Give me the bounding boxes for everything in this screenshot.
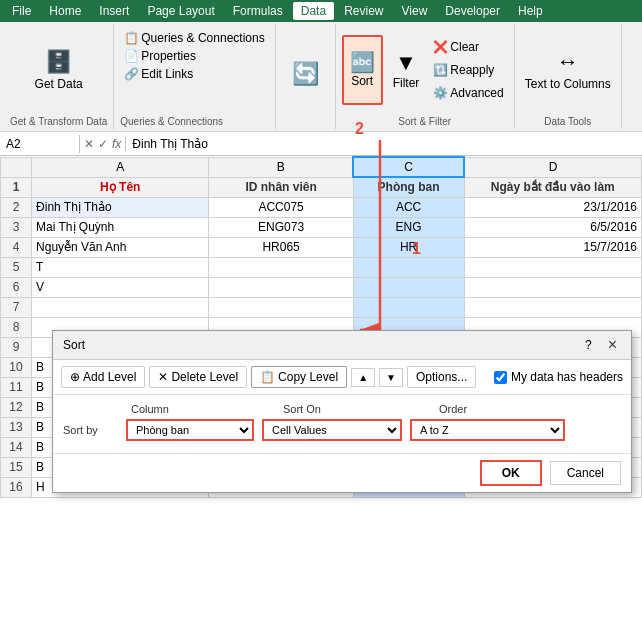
cell-d-7[interactable] bbox=[464, 297, 641, 317]
col-sort-on-header: Sort On bbox=[283, 403, 423, 415]
copy-level-icon: 📋 bbox=[260, 370, 275, 384]
row-num-14: 14 bbox=[1, 437, 32, 457]
delete-level-button[interactable]: ✕ Delete Level bbox=[149, 366, 247, 388]
dialog-close-button[interactable]: × bbox=[604, 336, 621, 354]
cell-a-2[interactable]: Đinh Thị Thảo bbox=[32, 197, 209, 217]
move-down-button[interactable]: ▼ bbox=[379, 368, 403, 387]
cell-a-4[interactable]: Nguyễn Văn Anh bbox=[32, 237, 209, 257]
clear-button[interactable]: ❌ Clear bbox=[429, 39, 507, 55]
header-phong-ban[interactable]: Phòng ban bbox=[353, 177, 464, 197]
clear-icon: ❌ bbox=[433, 40, 448, 54]
menu-review[interactable]: Review bbox=[336, 2, 391, 20]
col-b-header[interactable]: B bbox=[209, 157, 353, 177]
get-transform-group: 🗄️ Get Data Get & Transform Data bbox=[4, 24, 114, 129]
refresh-buttons: 🔄 bbox=[287, 26, 323, 125]
cell-c-7[interactable] bbox=[353, 297, 464, 317]
cell-c-6[interactable] bbox=[353, 277, 464, 297]
cell-d-2[interactable]: 23/1/2016 bbox=[464, 197, 641, 217]
cell-b-2[interactable]: ACC075 bbox=[209, 197, 353, 217]
row-num-col bbox=[1, 157, 32, 177]
table-row: 7 bbox=[1, 297, 642, 317]
row-num-13: 13 bbox=[1, 417, 32, 437]
row-1-num: 1 bbox=[1, 177, 32, 197]
header-id[interactable]: ID nhân viên bbox=[209, 177, 353, 197]
get-transform-buttons: 🗄️ Get Data bbox=[31, 26, 87, 114]
get-data-icon: 🗄️ bbox=[45, 49, 72, 75]
get-data-button[interactable]: 🗄️ Get Data bbox=[31, 35, 87, 105]
header-ho-ten[interactable]: Họ Tên bbox=[32, 177, 209, 197]
order-select[interactable]: A to Z bbox=[410, 419, 565, 441]
edit-links-btn[interactable]: 🔗 Edit Links bbox=[120, 66, 268, 82]
cell-b-3[interactable]: ENG073 bbox=[209, 217, 353, 237]
row-num-12: 12 bbox=[1, 397, 32, 417]
row-num-6: 6 bbox=[1, 277, 32, 297]
cell-a-6[interactable]: V bbox=[32, 277, 209, 297]
col-c-header[interactable]: C bbox=[353, 157, 464, 177]
insert-function-icon: fx bbox=[112, 137, 121, 151]
dialog-title: Sort bbox=[63, 338, 85, 352]
sort-button[interactable]: 🔤 Sort bbox=[342, 35, 383, 105]
col-a-header[interactable]: A bbox=[32, 157, 209, 177]
menu-home[interactable]: Home bbox=[41, 2, 89, 20]
cell-a-5[interactable]: T bbox=[32, 257, 209, 277]
copy-level-button[interactable]: 📋 Copy Level bbox=[251, 366, 347, 388]
cell-c-5[interactable] bbox=[353, 257, 464, 277]
column-select[interactable]: Phòng ban bbox=[126, 419, 254, 441]
cell-b-7[interactable] bbox=[209, 297, 353, 317]
advanced-button[interactable]: ⚙️ Advanced bbox=[429, 85, 507, 101]
options-button[interactable]: Options... bbox=[407, 366, 476, 388]
cell-b-5[interactable] bbox=[209, 257, 353, 277]
cell-c-3[interactable]: ENG bbox=[353, 217, 464, 237]
formula-bar: A2 ✕ ✓ fx Đinh Thị Thảo bbox=[0, 132, 642, 156]
cell-b-4[interactable]: HR065 bbox=[209, 237, 353, 257]
dialog-question-btn[interactable]: ? bbox=[581, 338, 596, 352]
ok-button[interactable]: OK bbox=[480, 460, 542, 486]
cell-b-6[interactable] bbox=[209, 277, 353, 297]
header-ngay[interactable]: Ngày bắt đầu vào làm bbox=[464, 177, 641, 197]
delete-level-label: Delete Level bbox=[171, 370, 238, 384]
column-header-row: A B C D bbox=[1, 157, 642, 177]
sort-on-select[interactable]: Cell Values bbox=[262, 419, 402, 441]
queries-connections-btn[interactable]: 📋 Queries & Connections bbox=[120, 30, 268, 46]
cell-c-2[interactable]: ACC bbox=[353, 197, 464, 217]
menu-help[interactable]: Help bbox=[510, 2, 551, 20]
cell-c-4[interactable]: HR bbox=[353, 237, 464, 257]
cell-d-5[interactable] bbox=[464, 257, 641, 277]
cell-d-3[interactable]: 6/5/2016 bbox=[464, 217, 641, 237]
refresh-group: 🔄 bbox=[276, 24, 336, 129]
cancel-formula-icon: ✕ bbox=[84, 137, 94, 151]
cell-a-7[interactable] bbox=[32, 297, 209, 317]
cell-reference[interactable]: A2 bbox=[0, 135, 80, 153]
menu-page-layout[interactable]: Page Layout bbox=[139, 2, 222, 20]
get-data-label: Get Data bbox=[35, 77, 83, 91]
text-to-columns-button[interactable]: ↔️ Text to Columns bbox=[521, 35, 615, 105]
menu-file[interactable]: File bbox=[4, 2, 39, 20]
reapply-button[interactable]: 🔃 Reapply bbox=[429, 62, 507, 78]
row-num-10: 10 bbox=[1, 357, 32, 377]
col-d-header[interactable]: D bbox=[464, 157, 641, 177]
col-order-header: Order bbox=[439, 403, 594, 415]
table-row: 6 V bbox=[1, 277, 642, 297]
text-to-columns-icon: ↔️ bbox=[557, 49, 579, 75]
cancel-button[interactable]: Cancel bbox=[550, 461, 621, 485]
table-row: 3 Mai Thị Quỳnh ENG073 ENG 6/5/2016 bbox=[1, 217, 642, 237]
cell-a-3[interactable]: Mai Thị Quỳnh bbox=[32, 217, 209, 237]
move-up-button[interactable]: ▲ bbox=[351, 368, 375, 387]
properties-btn[interactable]: 📄 Properties bbox=[120, 48, 268, 64]
menu-formulas[interactable]: Formulas bbox=[225, 2, 291, 20]
cell-d-6[interactable] bbox=[464, 277, 641, 297]
menu-view[interactable]: View bbox=[394, 2, 436, 20]
has-headers-checkbox[interactable] bbox=[494, 371, 507, 384]
menu-developer[interactable]: Developer bbox=[437, 2, 508, 20]
text-to-columns-label: Text to Columns bbox=[525, 77, 611, 91]
dialog-footer: OK Cancel bbox=[53, 453, 631, 492]
add-level-button[interactable]: ⊕ Add Level bbox=[61, 366, 145, 388]
menu-data[interactable]: Data bbox=[293, 2, 334, 20]
formula-content[interactable]: Đinh Thị Thảo bbox=[126, 135, 642, 153]
sort-by-label: Sort by bbox=[63, 424, 118, 436]
row-num-4: 4 bbox=[1, 237, 32, 257]
refresh-button[interactable]: 🔄 bbox=[287, 41, 323, 111]
cell-d-4[interactable]: 15/7/2016 bbox=[464, 237, 641, 257]
menu-insert[interactable]: Insert bbox=[91, 2, 137, 20]
filter-button[interactable]: ▼ Filter bbox=[387, 35, 426, 105]
